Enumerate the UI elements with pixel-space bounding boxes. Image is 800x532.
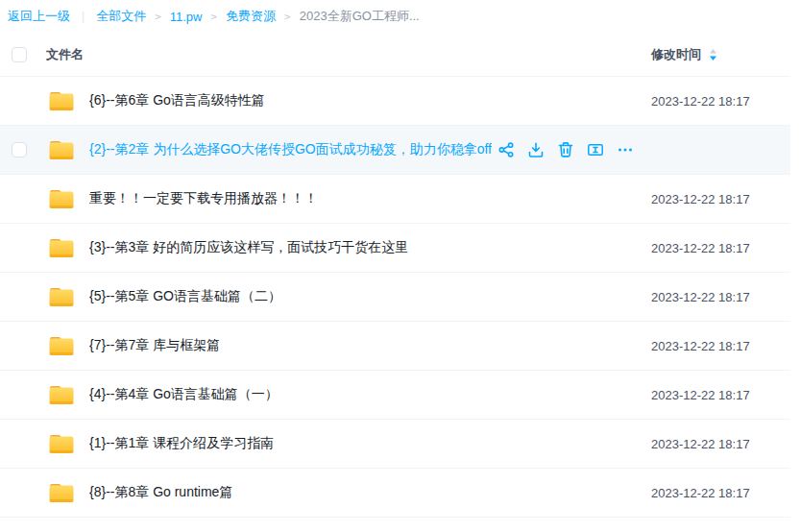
modified-time: 2023-12-22 18:17 (651, 94, 790, 109)
file-name[interactable]: 重要！！一定要下载专用播放器！！！ (89, 190, 318, 207)
folder-icon (48, 432, 75, 455)
modified-time: 2023-12-22 18:17 (651, 388, 790, 402)
modified-time: 2023-12-22 18:17 (651, 437, 790, 451)
file-name[interactable]: {2}--第2章 为什么选择GO大佬传授GO面试成功秘笈，助力你稳拿off (89, 141, 492, 158)
file-row[interactable]: {2}--第2章 为什么选择GO大佬传授GO面试成功秘笈，助力你稳拿off (0, 126, 790, 175)
modified-time: 2023-12-22 18:17 (651, 339, 790, 353)
column-header-filename[interactable]: 文件名 (46, 46, 84, 63)
folder-icon (48, 138, 75, 161)
breadcrumb-divider: | (82, 10, 85, 23)
breadcrumb-current: 2023全新GO工程师... (300, 8, 420, 25)
modified-time: 2023-12-22 18:17 (651, 290, 790, 304)
file-row[interactable]: {8}--第8章 Go runtime篇 2023-12-22 18:17 (0, 469, 790, 518)
share-icon[interactable] (497, 141, 515, 158)
folder-icon (48, 89, 75, 112)
file-row[interactable]: {7}--第7章 库与框架篇 2023-12-22 18:17 (0, 322, 790, 371)
folder-icon (48, 334, 75, 357)
select-all-checkbox[interactable] (12, 47, 27, 62)
file-name[interactable]: {1}--第1章 课程介绍及学习指南 (89, 435, 274, 452)
folder-icon (48, 285, 75, 308)
modified-time: 2023-12-22 18:17 (651, 241, 790, 255)
file-name[interactable]: {8}--第8章 Go runtime篇 (89, 484, 232, 501)
row-actions (497, 141, 634, 158)
modified-time: 2023-12-22 18:17 (651, 486, 790, 500)
back-to-parent-link[interactable]: 返回上一级 (8, 8, 70, 25)
breadcrumb-separator-icon: > (210, 11, 217, 23)
breadcrumb-separator-icon: > (155, 11, 161, 23)
file-list: {6}--第6章 Go语言高级特性篇 2023-12-22 18:17 {2}-… (0, 77, 800, 518)
breadcrumb: 返回上一级 | 全部文件>11.pw>免费资源>2023全新GO工程师... (0, 0, 800, 33)
file-row[interactable]: 重要！！一定要下载专用播放器！！！ 2023-12-22 18:17 (0, 175, 790, 224)
sort-desc-icon[interactable] (709, 48, 717, 61)
file-name[interactable]: {4}--第4章 Go语言基础篇（一） (89, 386, 279, 403)
column-header-modified-time[interactable]: 修改时间 (651, 46, 701, 63)
file-row[interactable]: {4}--第4章 Go语言基础篇（一） 2023-12-22 18:17 (0, 371, 790, 420)
file-row[interactable]: {1}--第1章 课程介绍及学习指南 2023-12-22 18:17 (0, 420, 790, 469)
rename-icon[interactable] (587, 141, 604, 158)
folder-icon (48, 187, 75, 210)
folder-icon (48, 236, 75, 259)
file-name[interactable]: {3}--第3章 好的简历应该这样写，面试技巧干货在这里 (89, 239, 408, 256)
folder-icon (48, 383, 75, 406)
file-list-header: 文件名 修改时间 (0, 33, 790, 77)
file-row[interactable]: {3}--第3章 好的简历应该这样写，面试技巧干货在这里 2023-12-22 … (0, 224, 790, 273)
file-row[interactable]: {5}--第5章 GO语言基础篇（二） 2023-12-22 18:17 (0, 273, 790, 322)
more-icon[interactable] (617, 141, 634, 158)
file-row[interactable]: {6}--第6章 Go语言高级特性篇 2023-12-22 18:17 (0, 77, 790, 126)
file-name[interactable]: {5}--第5章 GO语言基础篇（二） (89, 288, 281, 305)
breadcrumb-link[interactable]: 11.pw (170, 10, 203, 24)
modified-time: 2023-12-22 18:17 (651, 192, 790, 206)
file-name[interactable]: {7}--第7章 库与框架篇 (89, 337, 220, 354)
folder-icon (48, 481, 75, 504)
file-name[interactable]: {6}--第6章 Go语言高级特性篇 (89, 92, 265, 109)
breadcrumb-link[interactable]: 免费资源 (226, 8, 276, 25)
download-icon[interactable] (527, 141, 545, 158)
breadcrumb-separator-icon: > (284, 11, 291, 23)
delete-icon[interactable] (557, 141, 574, 158)
row-checkbox[interactable] (12, 142, 27, 157)
breadcrumb-link[interactable]: 全部文件 (96, 8, 146, 25)
